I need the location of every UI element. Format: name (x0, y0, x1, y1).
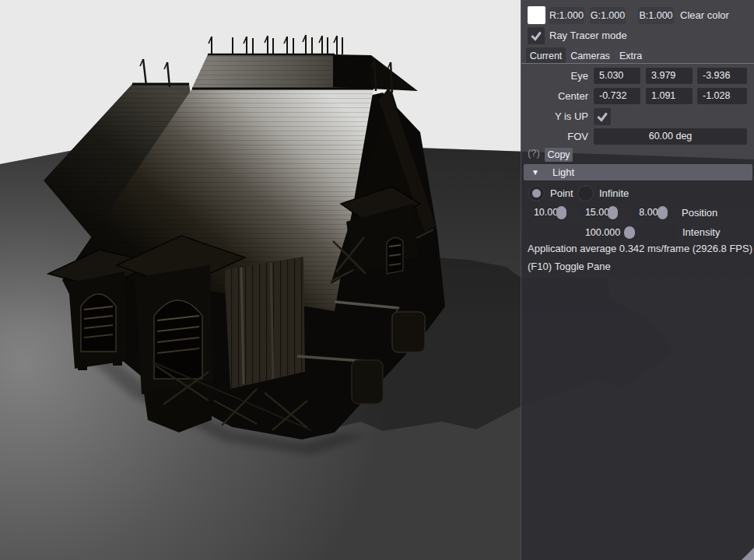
resize-grip[interactable] (742, 547, 754, 560)
light-intensity-slider[interactable]: 100.000 (528, 225, 677, 240)
slider-grab[interactable] (624, 226, 635, 239)
collapse-triangle-icon: ▼ (531, 164, 539, 180)
frame-stats-text: Application average 0.342 ms/frame (2926… (528, 243, 752, 254)
settings-panel: R:1.000 G:1.000 B:1.000 Clear color Ray … (521, 0, 754, 560)
eye-x-field[interactable]: 5.030 (594, 68, 640, 84)
center-y-field[interactable]: 1.091 (646, 88, 693, 104)
light-pos-z-slider[interactable]: 8.000 (631, 205, 672, 221)
radio-point[interactable] (528, 185, 545, 201)
check-icon (529, 29, 543, 43)
tab-separator (521, 63, 754, 64)
eye-label: Eye (521, 68, 588, 84)
tab-cameras[interactable]: Cameras (568, 47, 612, 64)
copy-button[interactable]: Copy (545, 148, 573, 162)
clear-color-label: Clear color (680, 7, 729, 24)
slider-grab[interactable] (556, 206, 566, 219)
light-pos-y-slider[interactable]: 15.000 (580, 205, 620, 221)
slider-value: 100.000 (528, 225, 677, 240)
clear-color-swatch[interactable] (528, 6, 545, 24)
toggle-pane-hint: (F10) Toggle Pane (528, 261, 611, 272)
eye-y-field[interactable]: 3.979 (646, 68, 693, 84)
center-z-field[interactable]: -1.028 (697, 88, 747, 104)
light-header-label: Light (552, 164, 574, 180)
app-window: R:1.000 G:1.000 B:1.000 Clear color Ray … (0, 0, 754, 560)
fov-label: FOV (521, 128, 588, 145)
radio-selected-dot (532, 189, 541, 198)
tab-extra[interactable]: Extra (615, 47, 647, 64)
light-pos-x-slider[interactable]: 10.000 (528, 205, 569, 221)
plank-wall (224, 257, 305, 389)
center-x-field[interactable]: -0.732 (594, 88, 640, 104)
radio-point-label: Point (550, 185, 573, 201)
tab-current[interactable]: Current (526, 47, 566, 64)
slider-grab[interactable] (658, 206, 668, 219)
check-icon (595, 110, 609, 124)
ray-tracer-label: Ray Tracer mode (549, 27, 627, 44)
clear-color-r-field[interactable]: R:1.000 (549, 7, 584, 24)
radio-infinite-label: Infinite (599, 185, 629, 201)
ray-tracer-checkbox[interactable] (528, 27, 545, 44)
eye-z-field[interactable]: -3.936 (697, 68, 747, 84)
y-is-up-checkbox[interactable] (594, 108, 611, 125)
help-icon: (?) (528, 146, 540, 160)
y-is-up-label: Y is UP (521, 108, 588, 124)
position-label: Position (682, 205, 717, 221)
light-section-header[interactable]: ▼ Light (524, 164, 752, 180)
center-label: Center (521, 88, 588, 104)
fov-field[interactable]: 60.00 deg (594, 128, 747, 145)
intensity-label: Intensity (682, 224, 720, 240)
radio-infinite[interactable] (577, 185, 594, 201)
slider-grab[interactable] (608, 206, 618, 219)
clear-color-g-field[interactable]: G:1.000 (590, 7, 626, 24)
clear-color-b-field[interactable]: B:1.000 (638, 7, 674, 24)
